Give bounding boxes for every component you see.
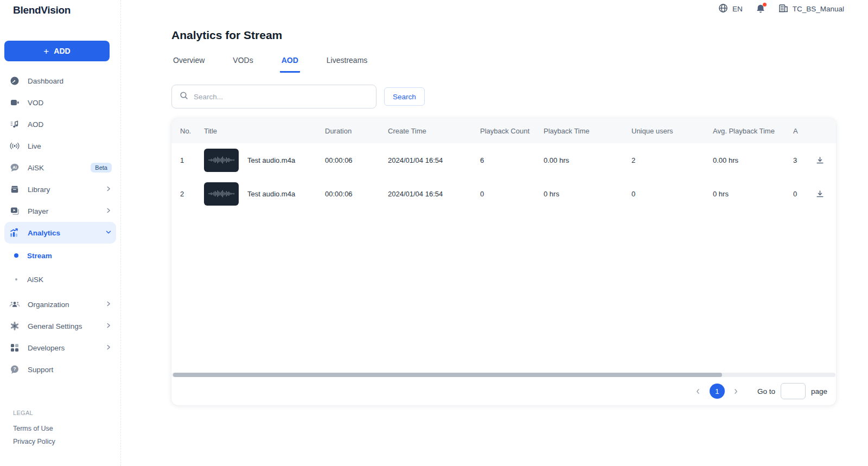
audio-waveform-thumbnail <box>204 149 239 172</box>
cell-playback-time: 0 hrs <box>544 177 631 210</box>
table-header-row: No. Title Duration Create Time Playback … <box>171 118 836 143</box>
chevron-left-icon <box>694 388 701 395</box>
language-switcher[interactable]: EN <box>718 3 743 15</box>
horizontal-scrollbar[interactable] <box>172 373 835 377</box>
chevron-right-icon <box>105 343 112 353</box>
sidebar-item-label: Library <box>28 186 98 194</box>
tab-aod[interactable]: AOD <box>280 56 300 73</box>
organization-icon <box>9 299 20 309</box>
legal-section: LEGAL Terms of Use Privacy Policy <box>0 410 120 466</box>
chevron-right-icon <box>105 299 112 309</box>
sidebar-item-player[interactable]: Player <box>4 200 116 222</box>
col-duration: Duration <box>325 118 388 143</box>
sidebar-item-label: AOD <box>28 120 112 129</box>
sidebar: BlendVision + ADD Dashboard VOD AOD <box>0 0 121 466</box>
cell-duration: 00:00:06 <box>325 143 388 177</box>
beta-badge: Beta <box>91 163 112 173</box>
cell-create-time: 2024/01/04 16:54 <box>388 177 480 210</box>
svg-text:?: ? <box>13 366 16 372</box>
sidebar-item-analytics[interactable]: Analytics <box>4 222 116 244</box>
media-title: Test audio.m4a <box>247 190 295 198</box>
sidebar-item-label: AiSK <box>28 164 83 172</box>
tab-livestreams[interactable]: Livestreams <box>325 56 369 73</box>
sidebar-item-label: Live <box>28 142 112 150</box>
brand-logo: BlendVision <box>0 0 120 16</box>
goto-page-input[interactable] <box>781 383 806 399</box>
download-button[interactable] <box>815 189 825 199</box>
add-button[interactable]: + ADD <box>4 41 110 61</box>
cell-no: 2 <box>171 177 204 210</box>
chevron-right-icon <box>105 321 112 331</box>
privacy-policy-link[interactable]: Privacy Policy <box>13 438 120 445</box>
cell-playback-count: 6 <box>480 143 544 177</box>
goto-page-group: Go to page <box>757 383 827 399</box>
sidebar-item-label: Analytics <box>28 229 98 237</box>
sidebar-item-label: Dashboard <box>28 77 112 85</box>
aod-icon <box>9 119 20 129</box>
sidebar-subitem-aisk[interactable]: AiSK <box>4 267 116 291</box>
sidebar-item-library[interactable]: Library <box>4 178 116 200</box>
sidebar-item-general-settings[interactable]: General Settings <box>4 315 116 337</box>
dashboard-icon <box>9 76 20 86</box>
download-icon <box>816 190 824 198</box>
download-button[interactable] <box>815 155 825 165</box>
tab-overview[interactable]: Overview <box>171 56 206 73</box>
next-page-button[interactable] <box>729 384 743 398</box>
developers-icon <box>9 343 20 352</box>
col-unique-users: Unique users <box>631 118 713 143</box>
language-label: EN <box>732 5 743 13</box>
organization-switcher[interactable]: TC_BS_Manual <box>778 4 844 15</box>
sidebar-item-organization[interactable]: Organization <box>4 293 116 315</box>
tab-vods[interactable]: VODs <box>231 56 254 73</box>
sidebar-subitem-stream[interactable]: Stream <box>4 244 116 267</box>
sidebar-item-vod[interactable]: VOD <box>4 92 116 113</box>
chevron-right-icon <box>105 184 112 194</box>
search-icon <box>180 91 188 102</box>
search-box <box>171 85 376 108</box>
current-page-button[interactable]: 1 <box>710 384 725 399</box>
col-avg-playback-time: Avg. Playback Time <box>713 118 793 143</box>
page-label: page <box>811 387 827 395</box>
building-icon <box>778 4 788 15</box>
cell-duration: 00:00:06 <box>325 177 388 210</box>
sidebar-item-developers[interactable]: Developers <box>4 337 116 359</box>
sidebar-item-aisk[interactable]: Ai AiSK Beta <box>4 157 116 178</box>
sidebar-subitem-label: Stream <box>27 252 52 260</box>
sidebar-nav: Dashboard VOD AOD Live Ai AiSK Beta <box>0 70 120 380</box>
sidebar-item-dashboard[interactable]: Dashboard <box>4 70 116 92</box>
aisk-icon: Ai <box>9 162 20 173</box>
gear-icon <box>9 321 20 331</box>
sidebar-item-live[interactable]: Live <box>4 135 116 157</box>
sidebar-item-aod[interactable]: AOD <box>4 113 116 135</box>
sidebar-item-label: Support <box>28 366 112 374</box>
col-playback-count: Playback Count <box>480 118 544 143</box>
sidebar-item-support[interactable]: ? Support <box>4 359 116 380</box>
cell-a: 3 <box>793 143 815 177</box>
plus-icon: + <box>43 47 49 56</box>
cell-playback-time: 0.00 hrs <box>544 143 631 177</box>
terms-of-use-link[interactable]: Terms of Use <box>13 425 120 432</box>
notifications-button[interactable] <box>756 4 765 14</box>
sidebar-item-label: Developers <box>28 344 98 352</box>
col-a-truncated: A <box>793 118 815 143</box>
col-title: Title <box>204 118 325 143</box>
search-row: Search <box>171 85 836 108</box>
bell-icon <box>756 4 765 14</box>
main-area: EN TC_BS_Manual Analytics for Stream Ove… <box>121 0 868 466</box>
library-icon <box>9 184 20 194</box>
bullet-dot-icon <box>15 278 17 280</box>
legal-heading: LEGAL <box>13 410 120 416</box>
svg-text:Ai: Ai <box>12 165 17 170</box>
download-icon <box>816 156 824 164</box>
prev-page-button[interactable] <box>691 384 705 398</box>
scrollbar-thumb[interactable] <box>173 373 722 377</box>
title-cell: Test audio.m4a <box>204 182 325 206</box>
active-dot-icon <box>14 253 18 258</box>
search-input[interactable] <box>194 85 376 108</box>
chevron-down-icon <box>105 228 112 238</box>
vod-icon <box>9 98 20 107</box>
media-title: Test audio.m4a <box>247 156 295 164</box>
search-button[interactable]: Search <box>384 87 425 106</box>
sidebar-item-label: General Settings <box>28 322 98 330</box>
add-button-label: ADD <box>54 47 70 55</box>
